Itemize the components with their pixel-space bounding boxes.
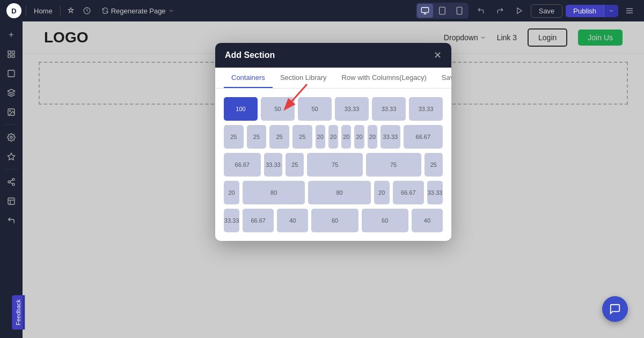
layout-25-c[interactable]: 25 bbox=[269, 125, 289, 149]
layout-20-b[interactable]: 20 bbox=[328, 125, 338, 149]
tab-saved-sections[interactable]: Saved Se bbox=[434, 68, 451, 88]
svg-point-19 bbox=[10, 136, 12, 138]
layout-66-33-a[interactable]: 66.67 bbox=[224, 153, 261, 177]
history-icon[interactable] bbox=[81, 5, 93, 17]
app-logo[interactable]: D bbox=[6, 3, 21, 18]
layout-33-67-b[interactable]: 66.67 bbox=[404, 125, 443, 149]
home-link[interactable]: Home bbox=[31, 7, 56, 15]
layout-50-50-a[interactable]: 50 bbox=[261, 97, 295, 121]
publish-dropdown-button[interactable] bbox=[604, 5, 618, 17]
layers-icon[interactable] bbox=[2, 84, 20, 102]
main-toolbar: D Home Regenerate Page Save bbox=[0, 0, 644, 21]
svg-line-24 bbox=[10, 182, 13, 184]
layout-67-33-b[interactable]: 33.33 bbox=[427, 181, 443, 204]
layout-25-75-b[interactable]: 75 bbox=[307, 153, 362, 177]
svg-rect-26 bbox=[8, 198, 14, 204]
hamburger-menu-button[interactable] bbox=[621, 3, 638, 18]
regenerate-button[interactable]: Regenerate Page bbox=[97, 5, 179, 17]
grid-row-3: 66.67 33.33 25 75 75 25 bbox=[224, 153, 443, 177]
layout-60-40-a[interactable]: 60 bbox=[362, 209, 408, 232]
svg-line-25 bbox=[10, 180, 13, 181]
left-sidebar: + Feedback bbox=[0, 21, 23, 338]
layout-25-b[interactable]: 25 bbox=[247, 125, 267, 149]
layout-33-33-33-b[interactable]: 33.33 bbox=[372, 97, 406, 121]
toolbar-actions: Save Publish bbox=[473, 3, 638, 18]
modal-close-button[interactable]: ✕ bbox=[434, 50, 442, 60]
chat-bubble-button[interactable] bbox=[602, 296, 628, 322]
undo-history-icon[interactable] bbox=[2, 211, 20, 230]
publish-button[interactable]: Publish bbox=[566, 5, 604, 17]
tab-section-library[interactable]: Section Library bbox=[273, 68, 334, 88]
layout-66-33-b[interactable]: 33.33 bbox=[264, 153, 282, 177]
sections-icon[interactable] bbox=[2, 45, 20, 63]
store-icon[interactable] bbox=[2, 192, 20, 210]
modal-title: Add Section bbox=[225, 50, 275, 60]
svg-rect-6 bbox=[457, 7, 462, 14]
redo-button[interactable] bbox=[492, 3, 508, 18]
layout-80-20-a[interactable]: 80 bbox=[308, 181, 370, 204]
layout-20-80-a[interactable]: 20 bbox=[224, 181, 239, 204]
grid-row-1: 100 50 50 33.33 33.33 33.33 bbox=[224, 97, 443, 121]
layout-60-40-b[interactable]: 40 bbox=[412, 209, 443, 232]
magic-icon[interactable] bbox=[2, 148, 20, 166]
layout-75-25-b[interactable]: 25 bbox=[425, 153, 443, 177]
tab-containers[interactable]: Containers bbox=[224, 68, 273, 88]
layout-25-a[interactable]: 25 bbox=[224, 125, 244, 149]
media-icon[interactable] bbox=[2, 103, 20, 121]
svg-rect-16 bbox=[8, 70, 14, 77]
layout-25-75-a[interactable]: 25 bbox=[286, 153, 304, 177]
desktop-view-button[interactable] bbox=[417, 4, 433, 18]
pages-icon[interactable] bbox=[2, 64, 20, 83]
layout-20-a[interactable]: 20 bbox=[316, 125, 325, 149]
tablet-view-button[interactable] bbox=[434, 4, 450, 18]
toolbar-separator-2 bbox=[60, 5, 61, 16]
svg-marker-20 bbox=[8, 153, 14, 160]
layout-40-60-a[interactable]: 40 bbox=[277, 209, 308, 232]
layout-25-d[interactable]: 25 bbox=[292, 125, 312, 149]
layout-33-33-33-c[interactable]: 33.33 bbox=[409, 97, 443, 121]
regenerate-label: Regenerate Page bbox=[111, 7, 166, 15]
svg-rect-13 bbox=[12, 51, 14, 54]
layout-33-67-2a[interactable]: 33.33 bbox=[224, 209, 239, 232]
publish-group: Publish bbox=[566, 5, 618, 17]
svg-rect-12 bbox=[8, 51, 11, 54]
modal-tabs: Containers Section Library Row with Colu… bbox=[215, 68, 451, 89]
layout-50-50-b[interactable]: 50 bbox=[298, 97, 332, 121]
layout-20-c[interactable]: 20 bbox=[341, 125, 351, 149]
toolbar-separator bbox=[26, 5, 26, 16]
undo-button[interactable] bbox=[473, 3, 489, 18]
add-section-modal: Add Section ✕ Containers Section Library… bbox=[215, 43, 451, 241]
svg-point-21 bbox=[12, 178, 14, 180]
settings-icon[interactable] bbox=[2, 128, 20, 146]
mobile-view-button[interactable] bbox=[451, 4, 467, 18]
sidebar-divider-1 bbox=[5, 124, 18, 125]
save-button[interactable]: Save bbox=[531, 4, 563, 18]
add-element-button[interactable]: + bbox=[2, 26, 20, 44]
layout-100[interactable]: 100 bbox=[224, 97, 258, 121]
grid-row-4: 20 80 80 20 66.67 33.33 bbox=[224, 181, 443, 204]
grid-row-2: 25 25 25 25 20 20 20 20 20 33.33 66.67 bbox=[224, 125, 443, 149]
svg-rect-14 bbox=[8, 55, 11, 57]
svg-rect-1 bbox=[421, 8, 428, 12]
layout-20-e[interactable]: 20 bbox=[368, 125, 377, 149]
tab-row-columns[interactable]: Row with Columns(Legacy) bbox=[334, 68, 434, 88]
integrations-icon[interactable] bbox=[2, 173, 20, 191]
grid-row-5: 33.33 66.67 40 60 60 40 bbox=[224, 209, 443, 232]
svg-rect-15 bbox=[12, 55, 14, 57]
layout-20-d[interactable]: 20 bbox=[354, 125, 364, 149]
svg-marker-8 bbox=[517, 8, 522, 14]
pin-icon[interactable] bbox=[65, 5, 77, 17]
layout-75-25-a[interactable]: 75 bbox=[366, 153, 421, 177]
svg-point-18 bbox=[10, 111, 11, 112]
layout-80-20-b[interactable]: 20 bbox=[374, 181, 390, 204]
layout-40-60-b[interactable]: 60 bbox=[311, 209, 358, 232]
modal-overlay: Add Section ✕ Containers Section Library… bbox=[23, 21, 644, 338]
layout-33-67-a[interactable]: 33.33 bbox=[380, 125, 400, 149]
layout-67-33-a[interactable]: 66.67 bbox=[393, 181, 424, 204]
svg-point-22 bbox=[8, 181, 10, 183]
layout-20-80-b[interactable]: 80 bbox=[243, 181, 305, 204]
layout-33-33-33-a[interactable]: 33.33 bbox=[335, 97, 369, 121]
sidebar-divider-2 bbox=[5, 169, 18, 170]
preview-button[interactable] bbox=[511, 3, 528, 18]
layout-33-67-2b[interactable]: 66.67 bbox=[243, 209, 274, 232]
